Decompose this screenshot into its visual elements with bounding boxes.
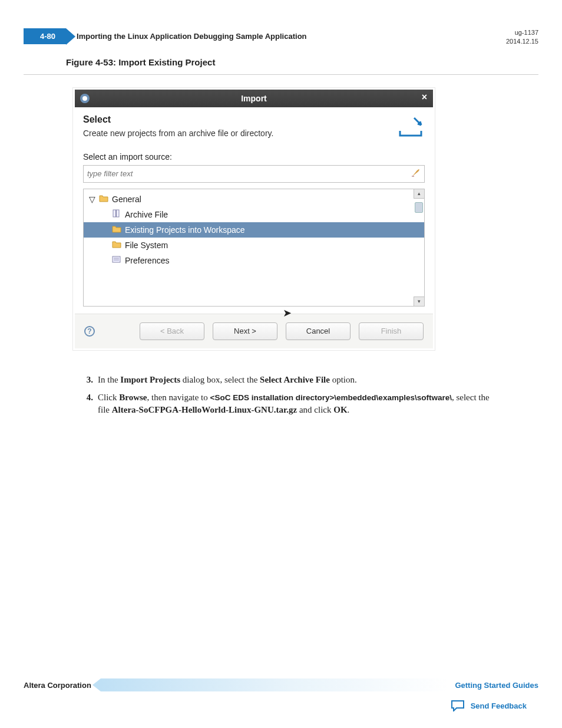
import-icon <box>396 114 425 140</box>
project-folder-icon <box>112 225 121 235</box>
svg-rect-2 <box>412 176 414 177</box>
step-text: . <box>348 405 350 414</box>
next-button[interactable]: Next > <box>213 322 277 340</box>
dialog-titlebar: Import × <box>75 90 433 107</box>
step-text: dialog box, select the <box>180 375 260 384</box>
svg-rect-5 <box>113 256 120 262</box>
doc-id: ug-1137 <box>506 28 538 37</box>
figure-caption: Figure 4-53: Import Existing Project <box>66 57 538 67</box>
step-text: option. <box>330 375 357 384</box>
step-text: In the <box>98 375 120 384</box>
finish-button[interactable]: Finish <box>359 322 424 340</box>
clear-filter-icon[interactable] <box>411 168 421 180</box>
step-text: file <box>98 405 112 414</box>
app-icon <box>80 93 90 104</box>
preferences-icon <box>112 255 121 265</box>
back-button[interactable]: < Back <box>140 322 204 340</box>
scrollbar-thumb[interactable] <box>415 202 423 213</box>
feedback-row: Send Feedback <box>451 700 527 711</box>
archive-file-icon <box>112 209 121 219</box>
step-text: , then navigate to <box>147 393 210 402</box>
tree-item-label: Existing Projects into Workspace <box>125 225 245 235</box>
page-title: Importing the Linux Application Debuggin… <box>77 32 306 41</box>
doc-date: 2014.12.15 <box>506 37 538 46</box>
step-text: Click <box>98 393 119 402</box>
tree-item-archive-file[interactable]: Archive File <box>84 207 424 222</box>
svg-rect-4 <box>115 210 117 217</box>
step-text: , select the <box>452 393 490 402</box>
scroll-up-icon[interactable]: ▴ <box>414 189 424 199</box>
tree-twisty-icon[interactable]: ▽ <box>88 196 95 203</box>
step-4: 4. Click Browse, then navigate to <SoC E… <box>82 391 536 417</box>
svg-point-1 <box>82 96 87 101</box>
footer-bar: Altera Corporation Getting Started Guide… <box>0 678 562 691</box>
step-3: 3. In the Import Projects dialog box, se… <box>82 374 536 387</box>
close-icon[interactable]: × <box>422 92 427 103</box>
step-text: OK <box>333 405 347 414</box>
dialog-button-row: ? < Back Next > Cancel Finish <box>75 314 433 348</box>
tree-item-existing-projects[interactable]: Existing Projects into Workspace <box>84 222 424 238</box>
tree-root-general[interactable]: ▽ General <box>84 192 424 207</box>
wizard-heading: Select <box>83 114 273 125</box>
tree-item-file-system[interactable]: File System <box>84 238 424 253</box>
dialog-title: Import <box>241 94 267 103</box>
page-number-tab: 4-80 <box>24 28 66 44</box>
tree-item-label: Preferences <box>125 256 169 265</box>
page-header: 4-80 Importing the Linux Application Deb… <box>24 28 538 47</box>
guides-link[interactable]: Getting Started Guides <box>455 681 538 690</box>
folder-icon <box>112 240 121 250</box>
wizard-description: Create new projects from an archive file… <box>83 129 273 138</box>
filter-input-row <box>83 165 425 183</box>
instruction-steps: 3. In the Import Projects dialog box, se… <box>82 374 536 417</box>
step-text: Browse <box>119 393 147 402</box>
tree-item-label: File System <box>125 241 168 250</box>
step-filename: Altera-SoCFPGA-HelloWorld-Linux-GNU.tar.… <box>112 405 297 414</box>
tree-item-preferences[interactable]: Preferences <box>84 253 424 268</box>
import-dialog: Import × Select Create new projects from… <box>73 88 435 350</box>
footer-ribbon <box>101 678 448 691</box>
step-number: 4. <box>82 391 93 417</box>
source-tree: ▴ ▾ ▽ General Archive File <box>83 189 425 307</box>
folder-open-icon <box>99 194 108 204</box>
scroll-down-icon[interactable]: ▾ <box>414 297 424 306</box>
divider <box>24 74 538 75</box>
step-text: and click <box>297 405 333 414</box>
filter-input[interactable] <box>87 169 411 178</box>
step-text: Select Archive File <box>260 375 330 384</box>
step-number: 3. <box>82 374 93 387</box>
feedback-bubble-icon <box>451 700 465 711</box>
footer-corporation: Altera Corporation <box>24 681 91 690</box>
source-label: Select an import source: <box>83 152 425 162</box>
cancel-button[interactable]: Cancel <box>286 322 351 340</box>
send-feedback-link[interactable]: Send Feedback <box>471 701 527 710</box>
step-text: Import Projects <box>120 375 180 384</box>
tree-root-label: General <box>112 195 141 204</box>
tree-item-label: Archive File <box>125 210 168 219</box>
step-path: <SoC EDS installation directory>\embedde… <box>210 393 452 402</box>
help-icon[interactable]: ? <box>84 326 95 337</box>
